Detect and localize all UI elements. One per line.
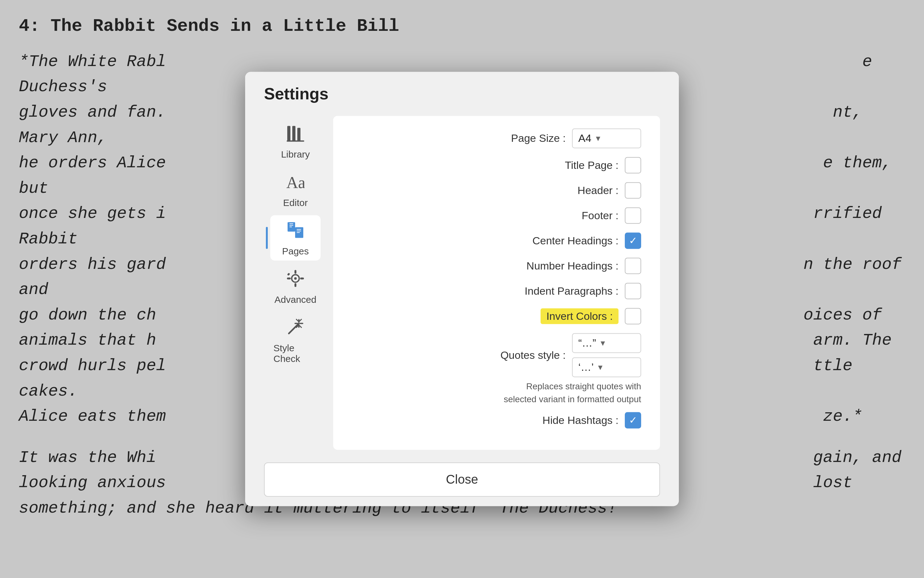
title-page-label: Title Page : [474, 159, 618, 171]
svg-line-25 [296, 319, 298, 321]
hide-hashtags-row: Hide Hashtags : [352, 412, 641, 429]
page-size-value: A4 [578, 132, 591, 144]
svg-rect-12 [297, 232, 300, 233]
editor-icon: Aa [286, 172, 304, 195]
chevron-down-icon: ▾ [596, 133, 600, 143]
page-size-dropdown[interactable]: A4 ▾ [572, 128, 641, 148]
svg-rect-10 [297, 229, 301, 230]
svg-rect-1 [292, 126, 295, 141]
center-headings-checkbox[interactable] [625, 232, 641, 249]
svg-rect-18 [300, 278, 304, 279]
close-button[interactable]: Close [264, 463, 660, 497]
sidebar-label-pages: Pages [282, 246, 309, 257]
library-icon [286, 125, 305, 146]
indent-paragraphs-checkbox[interactable] [625, 283, 641, 299]
quotes-description-row: Replaces straight quotes with selected v… [352, 380, 641, 406]
title-page-row: Title Page : [352, 157, 641, 173]
quotes-style-value-2: ‘…’ [578, 361, 594, 373]
footer-label: Footer : [474, 209, 618, 222]
svg-rect-6 [290, 223, 293, 224]
pages-icon [286, 221, 304, 244]
number-headings-checkbox[interactable] [625, 258, 641, 274]
sidebar-item-editor[interactable]: Aa Editor [270, 167, 320, 212]
svg-line-26 [300, 319, 302, 321]
footer-row: Footer : [352, 207, 641, 224]
hide-hashtags-control [625, 412, 641, 429]
sidebar-item-style-check[interactable]: Style Check [270, 312, 320, 368]
modal-header: Settings [245, 72, 679, 109]
svg-rect-2 [297, 128, 301, 141]
center-headings-row: Center Headings : [352, 232, 641, 249]
chevron-down-icon-quotes2: ▾ [598, 362, 602, 372]
header-label: Header : [474, 184, 618, 196]
quotes-style-block: Quotes style : “…” ▾ ‘…’ ▾ Repl [352, 333, 641, 406]
chevron-down-icon-quotes1: ▾ [600, 338, 605, 348]
sidebar-label-library: Library [281, 149, 310, 160]
sidebar-item-library[interactable]: Library [270, 119, 320, 164]
hide-hashtags-checkbox[interactable] [625, 412, 641, 429]
invert-colors-row: Invert Colors : [352, 308, 641, 324]
svg-rect-3 [286, 140, 304, 141]
footer-control [625, 207, 641, 224]
indent-paragraphs-row: Indent Paragraphs : [352, 283, 641, 299]
chapter-title: 4: The Rabbit Sends in a Little Bill [19, 13, 905, 40]
svg-rect-0 [287, 126, 290, 141]
sidebar-label-advanced: Advanced [274, 294, 316, 305]
center-headings-label: Center Headings : [474, 235, 618, 247]
modal-body: Library Aa Editor [245, 109, 679, 456]
svg-line-28 [300, 326, 302, 328]
advanced-icon [286, 269, 304, 292]
quotes-style-dropdown-2[interactable]: ‘…’ ▾ [572, 357, 641, 377]
svg-text:Aa: Aa [286, 174, 304, 191]
quotes-style-value-1: “…” [578, 337, 596, 349]
svg-rect-15 [295, 270, 296, 274]
svg-line-20 [289, 323, 299, 333]
svg-point-14 [294, 277, 297, 279]
settings-modal: Settings Library [245, 72, 679, 506]
footer-checkbox[interactable] [625, 207, 641, 224]
center-headings-control [625, 232, 641, 249]
number-headings-row: Number Headings : [352, 258, 641, 274]
header-control [625, 182, 641, 198]
settings-content: Page Size : A4 ▾ Title Page : Header : [333, 116, 660, 450]
invert-colors-highlight: Invert Colors : [540, 308, 618, 324]
title-page-checkbox[interactable] [625, 157, 641, 173]
page-size-label: Page Size : [421, 132, 566, 144]
number-headings-control [625, 258, 641, 274]
modal-footer: Close [245, 456, 679, 506]
invert-colors-checkbox[interactable] [625, 308, 641, 324]
settings-sidebar: Library Aa Editor [264, 116, 327, 450]
quotes-dropdowns: “…” ▾ ‘…’ ▾ [572, 333, 641, 377]
title-page-control [625, 157, 641, 173]
indent-paragraphs-control [625, 283, 641, 299]
svg-rect-7 [290, 225, 293, 226]
header-row: Header : [352, 182, 641, 198]
indent-paragraphs-label: Indent Paragraphs : [474, 285, 618, 297]
number-headings-label: Number Headings : [474, 260, 618, 272]
svg-rect-19 [287, 273, 290, 276]
svg-rect-17 [287, 278, 291, 279]
sidebar-label-editor: Editor [283, 198, 308, 208]
style-check-icon [286, 318, 304, 340]
page-size-control: A4 ▾ [572, 128, 641, 148]
hide-hashtags-label: Hide Hashtags : [474, 414, 618, 426]
sidebar-label-style-check: Style Check [273, 343, 317, 364]
sidebar-item-advanced[interactable]: Advanced [270, 263, 320, 309]
sidebar-item-pages[interactable]: Pages [270, 215, 320, 260]
invert-colors-label: Invert Colors : [474, 310, 618, 322]
quotes-style-main-row: Quotes style : “…” ▾ ‘…’ ▾ [352, 333, 641, 377]
svg-rect-16 [295, 283, 296, 287]
svg-rect-11 [297, 231, 301, 231]
svg-rect-8 [290, 226, 292, 227]
modal-title: Settings [264, 84, 328, 103]
quotes-style-label: Quotes style : [421, 349, 566, 361]
page-size-row: Page Size : A4 ▾ [352, 128, 641, 148]
header-checkbox[interactable] [625, 182, 641, 198]
quotes-description-text: Replaces straight quotes with selected v… [503, 380, 641, 406]
quotes-style-dropdown-1[interactable]: “…” ▾ [572, 333, 641, 353]
invert-colors-control [625, 308, 641, 324]
